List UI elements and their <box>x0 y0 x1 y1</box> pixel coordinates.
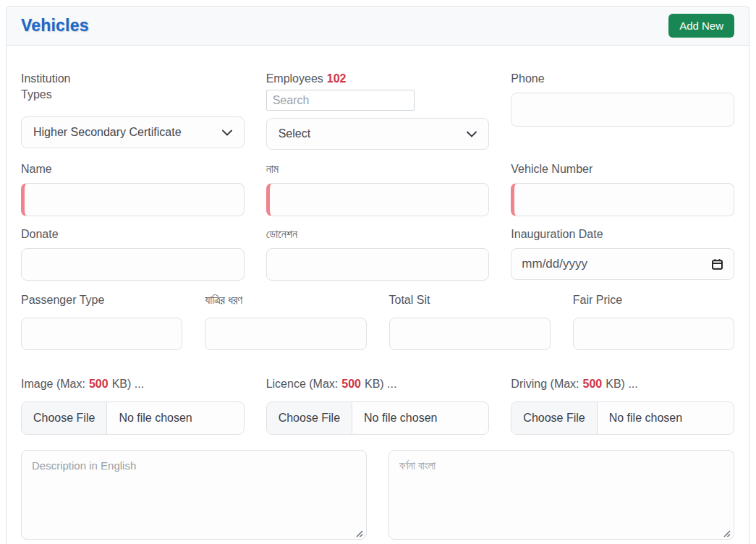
fair-price-input[interactable] <box>573 318 734 350</box>
passenger-type-bn-label: যাত্রির ধরণ <box>205 292 366 308</box>
form-row-1: Institution Types Higher Secondary Certi… <box>21 71 734 150</box>
name-label: Name <box>21 161 245 177</box>
phone-group: Phone <box>511 71 734 150</box>
description-en-group <box>21 450 367 543</box>
employees-group: Employees 102 Select <box>266 71 490 150</box>
vehicle-form: Institution Types Higher Secondary Certi… <box>7 46 749 543</box>
image-file-group: Image (Max:500KB) ... Choose File No fil… <box>21 376 245 435</box>
phone-label: Phone <box>511 71 734 87</box>
vehicles-card: Vehicles Add New Institution Types Highe… <box>6 6 749 544</box>
fair-price-label: Fair Price <box>573 292 734 308</box>
driving-file-status: No file chosen <box>598 402 694 434</box>
employees-selected-value: Select <box>279 127 310 140</box>
inauguration-date-input[interactable]: mm/dd/yyyy <box>511 248 734 280</box>
licence-file-status: No file chosen <box>352 402 449 434</box>
image-max-size: 500 <box>89 378 109 390</box>
vehicle-number-label: Vehicle Number <box>511 161 734 177</box>
institution-types-selected-value: Higher Secondary Certificate <box>33 126 182 139</box>
name-group: Name <box>21 161 245 216</box>
institution-types-group: Institution Types Higher Secondary Certi… <box>21 71 245 150</box>
form-row-2: Name নাম Vehicle Number <box>21 161 734 216</box>
image-file-label: Image (Max:500KB) ... <box>21 376 245 392</box>
calendar-icon[interactable] <box>711 258 723 271</box>
total-sit-input[interactable] <box>389 318 551 350</box>
donate-bn-label: ডোনেশন <box>266 226 490 242</box>
add-new-button[interactable]: Add New <box>668 14 734 38</box>
donate-label: Donate <box>21 226 245 242</box>
donate-input[interactable] <box>21 248 245 281</box>
licence-choose-file-button[interactable]: Choose File <box>267 402 352 434</box>
form-row-4: Passenger Type যাত্রির ধরণ Total Sit Fai… <box>21 292 734 350</box>
donate-bn-group: ডোনেশন <box>266 226 490 281</box>
institution-types-select[interactable]: Higher Secondary Certificate <box>21 116 245 148</box>
inauguration-date-group: Inauguration Date mm/dd/yyyy <box>511 226 734 281</box>
vehicle-number-group: Vehicle Number <box>511 161 734 216</box>
form-row-5: Image (Max:500KB) ... Choose File No fil… <box>21 376 734 435</box>
total-sit-group: Total Sit <box>389 292 551 350</box>
name-bn-group: নাম <box>266 161 490 216</box>
passenger-type-label: Passenger Type <box>21 292 182 308</box>
date-placeholder: mm/dd/yyyy <box>522 257 587 271</box>
donate-group: Donate <box>21 226 245 281</box>
image-file-status: No file chosen <box>107 402 203 434</box>
passenger-type-bn-input[interactable] <box>205 318 366 350</box>
licence-file-label: Licence (Max:500KB) ... <box>266 376 490 392</box>
institution-types-label: Institution Types <box>21 71 101 103</box>
licence-max-size: 500 <box>341 378 361 390</box>
driving-choose-file-button[interactable]: Choose File <box>511 402 597 434</box>
image-file-input[interactable]: Choose File No file chosen <box>21 401 245 435</box>
phone-input[interactable] <box>511 93 734 127</box>
total-sit-label: Total Sit <box>389 292 551 308</box>
licence-file-input[interactable]: Choose File No file chosen <box>266 401 490 435</box>
donate-bn-input[interactable] <box>266 248 490 281</box>
description-bn-textarea[interactable] <box>388 450 734 540</box>
driving-max-size: 500 <box>583 378 603 390</box>
employees-count-badge: 102 <box>327 72 347 85</box>
passenger-type-input[interactable] <box>21 318 182 350</box>
driving-file-group: Driving (Max:500KB) ... Choose File No f… <box>511 376 734 435</box>
page-title: Vehicles <box>21 16 89 35</box>
card-header: Vehicles Add New <box>7 7 749 46</box>
image-choose-file-button[interactable]: Choose File <box>22 402 107 434</box>
vehicle-number-input[interactable] <box>511 183 734 216</box>
description-bn-group <box>388 450 734 543</box>
passenger-type-bn-group: যাত্রির ধরণ <box>205 292 366 350</box>
name-bn-input[interactable] <box>266 183 490 216</box>
driving-file-input[interactable]: Choose File No file chosen <box>511 401 734 435</box>
chevron-down-icon <box>222 129 232 136</box>
description-en-textarea[interactable] <box>21 450 367 540</box>
form-row-6 <box>21 450 734 543</box>
chevron-down-icon <box>467 131 477 137</box>
fair-price-group: Fair Price <box>573 292 734 350</box>
name-input[interactable] <box>21 183 245 216</box>
employees-select[interactable]: Select <box>266 118 490 150</box>
driving-file-label: Driving (Max:500KB) ... <box>511 376 734 392</box>
employees-search-input[interactable] <box>266 90 415 111</box>
form-row-3: Donate ডোনেশন Inauguration Date mm/dd/yy… <box>21 226 734 281</box>
passenger-type-group: Passenger Type <box>21 292 182 350</box>
name-bn-label: নাম <box>266 161 490 177</box>
employees-label-line: Employees 102 <box>266 71 490 87</box>
inauguration-date-label: Inauguration Date <box>511 226 734 242</box>
employees-label: Employees <box>266 71 323 87</box>
licence-file-group: Licence (Max:500KB) ... Choose File No f… <box>266 376 490 435</box>
